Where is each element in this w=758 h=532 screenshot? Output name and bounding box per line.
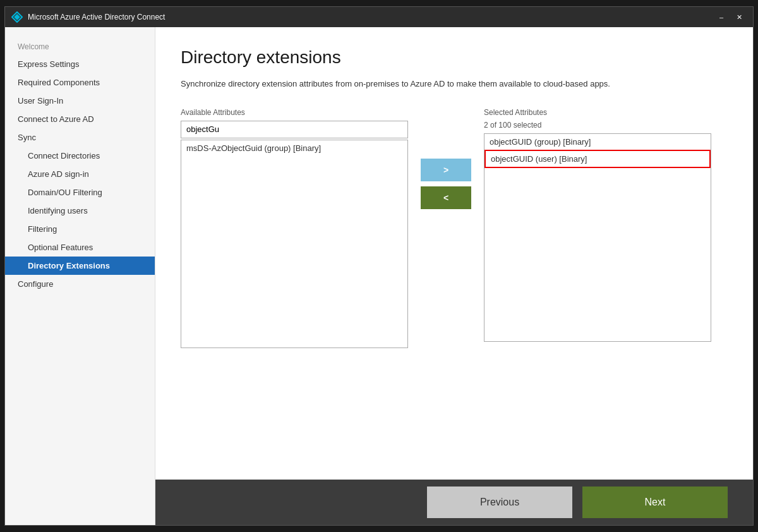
sidebar-item-user-sign-in[interactable]: User Sign-In — [5, 92, 155, 110]
sidebar-item-connect-directories[interactable]: Connect Directories — [5, 147, 155, 165]
minimize-button[interactable]: – — [714, 11, 729, 23]
azure-logo-icon — [11, 11, 23, 23]
sidebar-item-configure[interactable]: Configure — [5, 275, 155, 293]
titlebar: Microsoft Azure Active Directory Connect… — [5, 7, 753, 27]
sidebar-item-domain-ou-filtering[interactable]: Domain/OU Filtering — [5, 183, 155, 202]
sidebar-item-identifying-users[interactable]: Identifying users — [5, 202, 155, 220]
sidebar-item-azure-ad-signin[interactable]: Azure AD sign-in — [5, 165, 155, 183]
available-attributes-panel: Available Attributes msDS-AzObjectGuid (… — [181, 108, 408, 348]
footer: Previous Next — [155, 480, 753, 525]
available-listbox[interactable]: msDS-AzObjectGuid (group) [Binary] — [181, 140, 408, 348]
close-button[interactable]: ✕ — [731, 11, 747, 23]
sidebar-item-express-settings[interactable]: Express Settings — [5, 55, 155, 73]
next-button[interactable]: Next — [582, 487, 728, 518]
main-content: Welcome Express SettingsRequired Compone… — [5, 27, 753, 525]
sidebar-item-sync[interactable]: Sync — [5, 128, 155, 147]
sidebar-welcome-label: Welcome — [5, 40, 155, 54]
available-item-msds-azobjectguid[interactable]: msDS-AzObjectGuid (group) [Binary] — [181, 140, 407, 156]
selected-attributes-label: Selected Attributes — [484, 108, 711, 117]
main-window: Microsoft Azure Active Directory Connect… — [4, 6, 754, 526]
search-input[interactable] — [181, 121, 408, 138]
content-body: Directory extensions Synchronize directo… — [155, 27, 753, 480]
selected-count: 2 of 100 selected — [484, 121, 711, 130]
selected-item-objectguid-group[interactable]: objectGUID (group) [Binary] — [484, 134, 711, 150]
add-button[interactable]: > — [421, 159, 471, 181]
titlebar-controls: – ✕ — [714, 11, 747, 23]
selected-item-objectguid-user[interactable]: objectGUID (user) [Binary] — [484, 150, 711, 168]
sidebar-item-filtering[interactable]: Filtering — [5, 220, 155, 238]
sidebar-item-optional-features[interactable]: Optional Features — [5, 238, 155, 257]
remove-button[interactable]: < — [421, 186, 471, 209]
transfer-buttons: > < — [408, 159, 484, 209]
page-title: Directory extensions — [181, 47, 728, 68]
content-area: Directory extensions Synchronize directo… — [155, 27, 753, 525]
sidebar: Welcome Express SettingsRequired Compone… — [5, 27, 155, 525]
sidebar-item-directory-extensions[interactable]: Directory Extensions — [5, 257, 155, 275]
selected-listbox[interactable]: objectGUID (group) [Binary]objectGUID (u… — [484, 133, 711, 342]
previous-button[interactable]: Previous — [427, 487, 572, 518]
page-description: Synchronize directory extension attribut… — [181, 78, 623, 90]
available-attributes-label: Available Attributes — [181, 108, 408, 117]
selected-attributes-panel: Selected Attributes 2 of 100 selected ob… — [484, 108, 711, 342]
sidebar-item-connect-azure-ad[interactable]: Connect to Azure AD — [5, 110, 155, 128]
titlebar-title: Microsoft Azure Active Directory Connect — [28, 13, 714, 21]
sidebar-item-required-components[interactable]: Required Components — [5, 73, 155, 92]
attributes-container: Available Attributes msDS-AzObjectGuid (… — [181, 108, 728, 348]
